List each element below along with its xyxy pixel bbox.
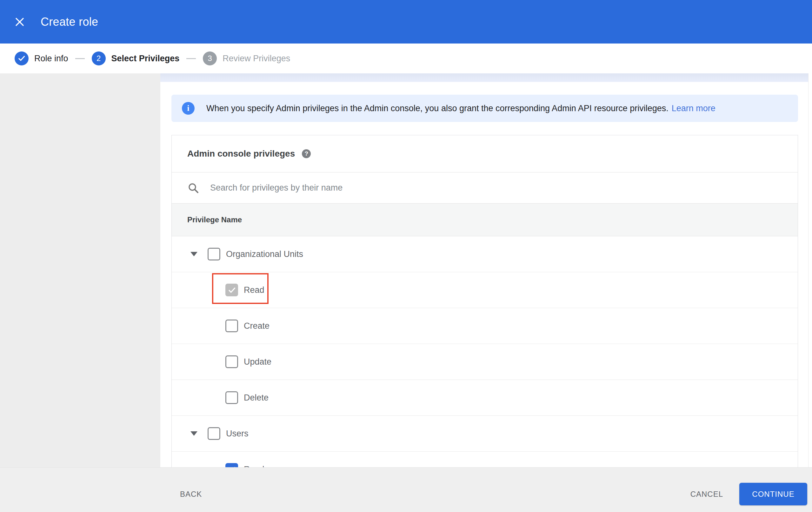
checkbox-users[interactable] [208,427,220,440]
step-review-privileges[interactable]: 3 Review Privileges [203,51,290,65]
step-label: Role info [34,54,68,63]
left-sidebar [0,73,160,467]
scrollbar-track[interactable] [808,73,809,467]
checkbox-organizational-units[interactable] [208,248,220,261]
privilege-row-read: Read [172,272,798,308]
search-icon [187,182,199,194]
app-bar: Create role [0,0,812,44]
privilege-label: Users [226,429,249,439]
collapse-arrow-icon[interactable] [191,252,198,256]
privilege-row-create: Create [172,308,798,344]
continue-button[interactable]: CONTINUE [739,483,807,505]
info-icon: i [182,102,195,115]
step-select-privileges[interactable]: 2 Select Privileges [92,51,180,65]
privilege-row-update: Update [172,344,798,380]
dialog-title: Create role [40,15,98,29]
privilege-label: Update [244,357,271,367]
learn-more-link[interactable]: Learn more [672,104,716,113]
scrolled-content-strip [160,73,808,82]
privilege-label: Read [244,285,264,295]
checkbox-users-read-checked[interactable] [225,463,238,467]
card-heading-row: Admin console privileges ? [172,135,798,172]
step-number: 2 [92,51,106,65]
privilege-row-delete: Delete [172,380,798,416]
checkbox-delete[interactable] [225,391,238,404]
back-button[interactable]: BACK [180,483,202,505]
search-input[interactable] [209,183,687,193]
privilege-label: Organizational Units [226,249,303,259]
stepper: Role info 2 Select Privileges 3 Review P… [0,44,812,73]
info-banner: i When you specify Admin privileges in t… [171,95,798,122]
privilege-row-users-read: Read [172,452,798,467]
table-header-row: Privilege Name [172,203,798,236]
cancel-button[interactable]: CANCEL [690,483,723,505]
step-number: 3 [203,51,217,65]
privileges-card: Admin console privileges ? Privilege Nam… [171,135,798,467]
privilege-label: Create [244,321,269,331]
step-connector [186,58,196,59]
privilege-label: Delete [244,393,268,403]
info-banner-text: When you specify Admin privileges in the… [206,104,669,113]
content-area: i When you specify Admin privileges in t… [160,73,812,467]
help-icon[interactable]: ? [302,149,311,158]
privilege-label: Read [244,465,264,467]
column-header: Privilege Name [187,215,242,224]
collapse-arrow-icon[interactable] [191,431,198,436]
step-label: Select Privileges [111,54,180,63]
checkbox-read-checked-disabled[interactable] [225,284,238,296]
privilege-row-users: Users [172,416,798,452]
close-icon[interactable] [10,12,29,31]
search-row [172,172,798,203]
privilege-row-organizational-units: Organizational Units [172,236,798,272]
step-connector [75,58,85,59]
panel-heading: Admin console privileges [187,149,295,159]
step-label: Review Privileges [223,54,290,63]
step-role-info[interactable]: Role info [14,51,68,65]
step-complete-check-icon [14,51,29,65]
checkbox-update[interactable] [225,355,238,368]
checkbox-create[interactable] [225,320,238,332]
